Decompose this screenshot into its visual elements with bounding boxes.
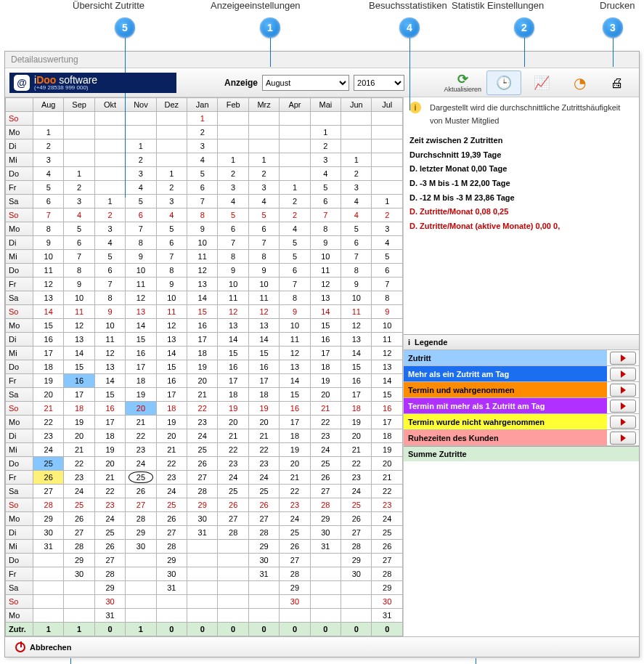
day-cell[interactable]: 23 [156, 471, 187, 485]
day-cell[interactable]: 21 [64, 443, 94, 457]
day-cell[interactable]: 16 [94, 402, 125, 416]
day-cell[interactable]: 20 [94, 457, 125, 471]
day-cell[interactable]: 5 [280, 236, 310, 250]
day-cell[interactable]: 8 [94, 291, 125, 305]
day-cell[interactable]: 18 [248, 388, 279, 402]
day-cell[interactable]: 20 [248, 416, 279, 429]
day-cell[interactable]: 2 [33, 139, 64, 153]
day-cell[interactable]: 12 [310, 278, 341, 291]
day-cell[interactable]: 3 [310, 153, 341, 167]
day-cell[interactable] [156, 126, 187, 139]
day-cell[interactable]: 28 [310, 498, 341, 512]
day-cell[interactable]: 11 [372, 333, 403, 347]
day-cell[interactable]: 18 [280, 429, 310, 443]
day-cell[interactable]: 3 [126, 167, 156, 181]
day-cell[interactable]: 21 [218, 429, 248, 443]
day-cell[interactable]: 11 [126, 278, 156, 291]
day-cell[interactable]: 9 [94, 305, 125, 319]
day-cell[interactable]: 18 [33, 360, 64, 374]
day-cell[interactable]: 17 [94, 416, 125, 429]
day-cell[interactable]: 21 [126, 416, 156, 429]
day-cell[interactable]: 26 [64, 512, 94, 526]
day-cell[interactable]: 18 [218, 388, 248, 402]
day-cell[interactable]: 20 [33, 388, 64, 402]
day-cell[interactable]: 9 [218, 264, 248, 278]
day-cell[interactable]: 7 [218, 236, 248, 250]
day-cell[interactable]: 22 [280, 485, 310, 498]
day-cell[interactable]: 1 [218, 153, 248, 167]
day-cell[interactable]: 21 [248, 429, 279, 443]
day-cell[interactable]: 11 [218, 291, 248, 305]
day-cell[interactable]: 12 [64, 319, 94, 333]
day-cell[interactable]: 8 [126, 236, 156, 250]
day-cell[interactable]: 8 [218, 250, 248, 264]
day-cell[interactable] [33, 595, 64, 609]
day-cell[interactable]: 4 [341, 195, 372, 208]
day-cell[interactable]: 30 [94, 595, 125, 609]
day-cell[interactable]: 2 [218, 167, 248, 181]
day-cell[interactable]: 26 [187, 457, 218, 471]
day-cell[interactable]: 5 [156, 222, 187, 236]
day-cell[interactable]: 27 [372, 554, 403, 567]
day-cell[interactable]: 27 [187, 471, 218, 485]
legend-play-button[interactable] [610, 352, 636, 365]
day-cell[interactable]: 31 [372, 609, 403, 623]
day-cell[interactable]: 21 [372, 471, 403, 485]
day-cell[interactable]: 10 [187, 236, 218, 250]
day-cell[interactable] [187, 567, 218, 581]
day-cell[interactable]: 24 [218, 471, 248, 485]
day-cell[interactable] [372, 112, 403, 126]
day-cell[interactable]: 24 [94, 512, 125, 526]
day-cell[interactable]: 24 [33, 443, 64, 457]
day-cell[interactable]: 23 [310, 429, 341, 443]
day-cell[interactable]: 25 [372, 526, 403, 540]
day-cell[interactable]: 9 [33, 236, 64, 250]
day-cell[interactable]: 4 [341, 208, 372, 222]
day-cell[interactable] [218, 540, 248, 554]
day-cell[interactable]: 1 [94, 195, 125, 208]
day-cell[interactable]: 13 [126, 305, 156, 319]
day-cell[interactable] [218, 126, 248, 139]
day-cell[interactable]: 3 [33, 153, 64, 167]
day-cell[interactable]: 2 [156, 181, 187, 195]
day-cell[interactable]: 29 [280, 581, 310, 595]
day-cell[interactable]: 22 [156, 457, 187, 471]
day-cell[interactable]: 23 [187, 416, 218, 429]
day-cell[interactable]: 23 [64, 471, 94, 485]
day-cell[interactable]: 30 [187, 512, 218, 526]
day-cell[interactable]: 10 [372, 319, 403, 333]
day-cell[interactable]: 6 [126, 208, 156, 222]
day-cell[interactable] [156, 609, 187, 623]
day-cell[interactable]: 13 [94, 360, 125, 374]
day-cell[interactable]: 25 [64, 498, 94, 512]
day-cell[interactable]: 24 [310, 443, 341, 457]
day-cell[interactable] [218, 567, 248, 581]
day-cell[interactable]: 14 [280, 374, 310, 388]
day-cell[interactable]: 27 [64, 526, 94, 540]
day-cell[interactable] [280, 153, 310, 167]
day-cell[interactable]: 10 [33, 250, 64, 264]
day-cell[interactable]: 25 [187, 443, 218, 457]
day-cell[interactable]: 15 [156, 360, 187, 374]
day-cell[interactable]: 20 [156, 429, 187, 443]
day-cell[interactable]: 25 [33, 457, 64, 471]
day-cell[interactable]: 7 [33, 208, 64, 222]
day-cell[interactable] [310, 609, 341, 623]
day-cell[interactable]: 16 [280, 402, 310, 416]
day-cell[interactable]: 26 [310, 471, 341, 485]
day-cell[interactable]: 15 [248, 347, 279, 360]
day-cell[interactable]: 31 [33, 540, 64, 554]
day-cell[interactable]: 21 [280, 471, 310, 485]
day-cell[interactable]: 17 [372, 416, 403, 429]
day-cell[interactable]: 1 [372, 195, 403, 208]
day-cell[interactable]: 25 [248, 485, 279, 498]
day-cell[interactable]: 28 [64, 540, 94, 554]
day-cell[interactable]: 4 [187, 153, 218, 167]
day-cell[interactable]: 3 [187, 139, 218, 153]
day-cell[interactable]: 23 [280, 498, 310, 512]
day-cell[interactable]: 13 [372, 360, 403, 374]
day-cell[interactable]: 1 [248, 153, 279, 167]
day-cell[interactable] [33, 567, 64, 581]
day-cell[interactable]: 23 [94, 498, 125, 512]
day-cell[interactable]: 3 [248, 181, 279, 195]
